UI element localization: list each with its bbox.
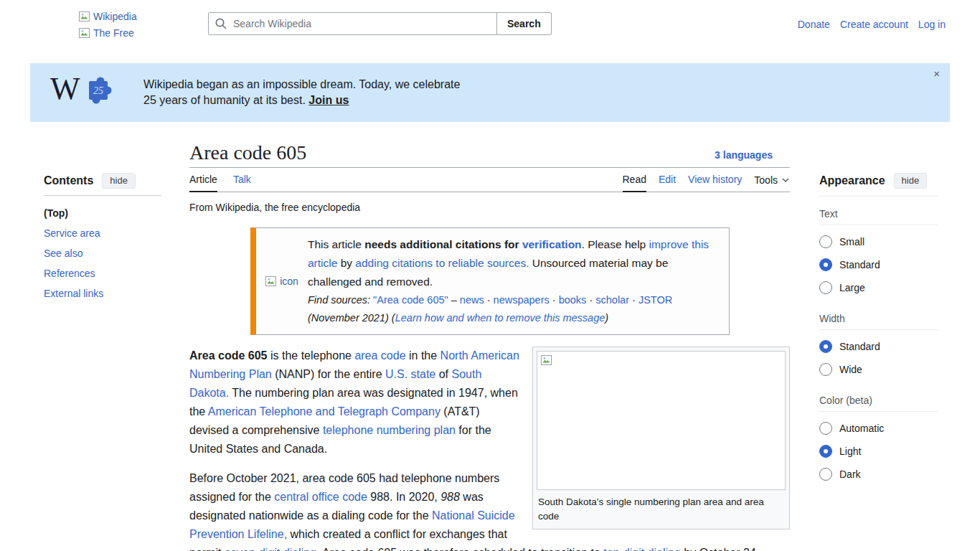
appearance-panel: Appearance hide Text Small Standard Larg…: [819, 173, 938, 481]
chevron-down-icon: [781, 176, 790, 184]
tab-article[interactable]: Article: [189, 174, 217, 192]
broken-image-icon: [541, 355, 553, 366]
page-title: Area code 605: [189, 141, 306, 165]
section-label-text: Text: [819, 208, 938, 225]
radio-width-standard[interactable]: Standard: [819, 340, 938, 353]
inline-link[interactable]: adding citations to reliable sources.: [355, 257, 529, 269]
radio-icon[interactable]: [819, 468, 832, 481]
search-bar: Search: [208, 12, 552, 35]
article-tab-bar: Article Talk Read Edit View history Tool…: [189, 168, 790, 192]
radio-color-light[interactable]: Light: [819, 445, 938, 458]
ambox-message: This article needs additional citations …: [308, 235, 717, 291]
contents-sidebar: Contents hide (Top) Service area See als…: [44, 173, 161, 303]
search-button[interactable]: Search: [496, 12, 552, 35]
radio-icon[interactable]: [819, 258, 832, 271]
contents-list: (Top) Service area See also References E…: [44, 203, 161, 303]
join-us-link[interactable]: Join us: [308, 94, 349, 106]
inline-link[interactable]: telephone numbering plan: [323, 424, 456, 436]
close-icon[interactable]: ×: [933, 67, 940, 80]
inline-link[interactable]: seven-digit dialing.: [225, 547, 320, 551]
broken-image-icon: [79, 28, 91, 39]
languages-button[interactable]: 3 languages: [715, 149, 773, 165]
broken-image-icon: [265, 276, 278, 287]
search-input[interactable]: [208, 12, 497, 35]
inline-link[interactable]: central office code: [274, 491, 367, 503]
svg-text:25: 25: [93, 85, 103, 96]
appearance-hide-button[interactable]: hide: [894, 173, 928, 189]
toc-item-top[interactable]: (Top): [44, 203, 161, 223]
toc-item-references[interactable]: References: [44, 263, 161, 283]
radio-color-dark[interactable]: Dark: [819, 468, 938, 481]
toc-item-see-also[interactable]: See also: [44, 243, 161, 263]
banner-line1: Wikipedia began as an impossible dream. …: [143, 77, 460, 93]
divider: [44, 195, 161, 196]
tools-menu[interactable]: Tools: [754, 174, 790, 192]
citation-needed-box: icon This article needs additional citat…: [250, 227, 730, 335]
radio-icon[interactable]: [819, 281, 832, 294]
broken-thumb-image: [541, 355, 553, 366]
contents-title: Contents: [44, 174, 93, 187]
logo-alt-text: The Free: [93, 25, 134, 41]
logo-alt-text: Wikipedia: [93, 9, 137, 25]
inline-link[interactable]: verification: [522, 238, 582, 250]
section-label-width: Width: [819, 313, 938, 330]
puzzle-25-icon: 25: [86, 73, 115, 106]
inline-link[interactable]: area code: [354, 349, 405, 362]
tab-edit[interactable]: Edit: [659, 174, 676, 192]
wikipedia-page: Wikipedia The Free Search Donate Create …: [0, 0, 980, 551]
inline-link[interactable]: U.S. state: [385, 368, 435, 380]
inline-link[interactable]: American Telephone and Telegraph Company: [208, 405, 440, 418]
radio-text-standard[interactable]: Standard: [819, 258, 938, 271]
radio-icon[interactable]: [819, 422, 832, 435]
radio-text-small[interactable]: Small: [819, 235, 938, 248]
article-body: South Dakota's single numbering plan are…: [189, 347, 790, 551]
toc-item-external-links[interactable]: External links: [44, 283, 161, 303]
inline-link[interactable]: books: [559, 294, 587, 306]
inline-link[interactable]: newspapers: [494, 294, 550, 306]
inline-link[interactable]: ten-digit dialing: [603, 547, 681, 551]
banner-message: Wikipedia began as an impossible dream. …: [143, 77, 460, 108]
radio-color-automatic[interactable]: Automatic: [819, 422, 938, 435]
thumbnail-caption: South Dakota's single numbering plan are…: [537, 490, 786, 525]
radio-icon[interactable]: [819, 363, 832, 376]
broken-image-icon: [79, 11, 91, 22]
wikipedia-logo[interactable]: Wikipedia The Free: [79, 9, 172, 41]
ambox-find-sources: Find sources: "Area code 605" – news · n…: [308, 291, 717, 327]
inline-link[interactable]: JSTOR: [639, 294, 672, 306]
appearance-title: Appearance: [819, 174, 885, 187]
broken-logo-row2: The Free: [79, 25, 134, 41]
radio-text-large[interactable]: Large: [819, 281, 938, 294]
tab-view-history[interactable]: View history: [688, 174, 742, 192]
broken-logo-row1: Wikipedia: [79, 9, 137, 25]
radio-icon[interactable]: [819, 340, 832, 353]
tab-read[interactable]: Read: [623, 174, 646, 192]
radio-icon[interactable]: [819, 235, 832, 248]
user-links: Donate Create account Log in: [798, 19, 946, 30]
toc-item-service-area[interactable]: Service area: [44, 223, 161, 243]
contents-hide-button[interactable]: hide: [102, 173, 136, 189]
banner-line2: 25 years of humanity at its best. Join u…: [143, 93, 460, 108]
thumbnail-image[interactable]: [537, 351, 786, 490]
create-account-link[interactable]: Create account: [840, 19, 908, 30]
log-in-link[interactable]: Log in: [918, 19, 946, 30]
search-icon: [215, 17, 227, 30]
site-header: Wikipedia The Free Search Donate Create …: [0, 0, 980, 47]
article-main: Area code 605 3 languages Article Talk R…: [189, 136, 790, 551]
site-subtitle: From Wikipedia, the free encyclopedia: [189, 202, 790, 213]
ambox-icon-alt: icon: [280, 273, 298, 290]
inline-link[interactable]: news: [460, 294, 484, 306]
inline-link[interactable]: "Area code 605": [373, 294, 448, 306]
broken-ambox-image: icon: [265, 273, 298, 290]
donate-link[interactable]: Donate: [798, 19, 830, 30]
infobox-thumbnail: South Dakota's single numbering plan are…: [532, 347, 790, 529]
radio-icon[interactable]: [819, 445, 832, 458]
wikipedia-w-logo: W: [50, 72, 80, 106]
inline-link[interactable]: Learn how and when to remove this messag…: [395, 312, 606, 324]
inline-link[interactable]: scholar: [595, 294, 629, 306]
fundraising-banner: W 25 Wikipedia began as an impossible dr…: [30, 63, 950, 122]
radio-width-wide[interactable]: Wide: [819, 363, 938, 376]
tab-talk[interactable]: Talk: [233, 174, 251, 192]
section-label-color: Color (beta): [819, 395, 938, 412]
